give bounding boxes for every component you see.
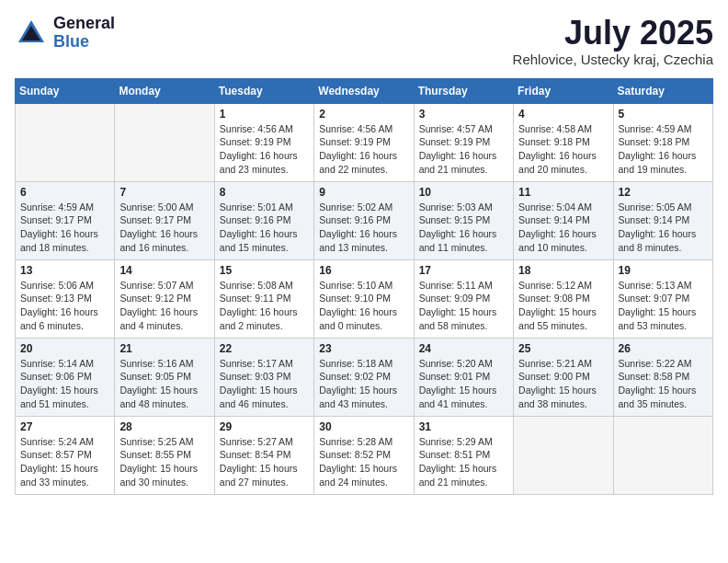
title-block: July 2025 Rehlovice, Ustecky kraj, Czech… [513,15,713,67]
day-info: Sunrise: 5:08 AM Sunset: 9:11 PM Dayligh… [220,279,309,333]
calendar: SundayMondayTuesdayWednesdayThursdayFrid… [15,78,713,495]
calendar-week-row: 6Sunrise: 4:59 AM Sunset: 9:17 PM Daylig… [16,181,713,259]
calendar-cell: 20Sunrise: 5:14 AM Sunset: 9:06 PM Dayli… [16,338,115,416]
day-info: Sunrise: 5:28 AM Sunset: 8:52 PM Dayligh… [319,435,408,489]
weekday-header-saturday: Saturday [613,78,712,103]
day-info: Sunrise: 5:25 AM Sunset: 8:55 PM Dayligh… [119,435,209,489]
day-number: 9 [319,186,408,199]
day-number: 27 [20,420,109,433]
logo: General Blue [15,15,115,52]
day-number: 7 [119,186,209,199]
day-info: Sunrise: 4:56 AM Sunset: 9:19 PM Dayligh… [319,122,408,177]
weekday-header-thursday: Thursday [414,78,513,103]
calendar-week-row: 1Sunrise: 4:56 AM Sunset: 9:19 PM Daylig… [16,103,713,181]
calendar-cell: 6Sunrise: 4:59 AM Sunset: 9:17 PM Daylig… [16,181,115,259]
weekday-header-tuesday: Tuesday [214,78,313,103]
day-number: 5 [619,108,708,121]
day-info: Sunrise: 5:00 AM Sunset: 9:17 PM Dayligh… [119,201,209,255]
calendar-cell: 17Sunrise: 5:11 AM Sunset: 9:09 PM Dayli… [414,259,513,338]
day-number: 3 [419,108,508,121]
day-info: Sunrise: 5:29 AM Sunset: 8:51 PM Dayligh… [419,435,508,489]
calendar-cell: 30Sunrise: 5:28 AM Sunset: 8:52 PM Dayli… [314,416,414,494]
day-info: Sunrise: 5:13 AM Sunset: 9:07 PM Dayligh… [619,279,708,333]
day-info: Sunrise: 4:56 AM Sunset: 9:19 PM Dayligh… [220,122,309,177]
day-number: 25 [518,342,608,355]
day-info: Sunrise: 5:17 AM Sunset: 9:03 PM Dayligh… [220,357,309,411]
logo-blue: Blue [53,33,115,52]
day-number: 22 [220,342,309,355]
day-info: Sunrise: 5:04 AM Sunset: 9:14 PM Dayligh… [518,201,608,255]
day-number: 12 [619,186,708,199]
day-number: 28 [119,420,209,433]
calendar-cell: 15Sunrise: 5:08 AM Sunset: 9:11 PM Dayli… [214,259,313,338]
calendar-cell: 12Sunrise: 5:05 AM Sunset: 9:14 PM Dayli… [613,181,712,259]
day-info: Sunrise: 5:18 AM Sunset: 9:02 PM Dayligh… [319,357,408,411]
day-info: Sunrise: 5:10 AM Sunset: 9:10 PM Dayligh… [319,279,408,333]
day-number: 19 [619,264,708,277]
day-info: Sunrise: 5:07 AM Sunset: 9:12 PM Dayligh… [119,279,209,333]
page-header: General Blue July 2025 Rehlovice, Usteck… [15,15,713,67]
calendar-cell: 31Sunrise: 5:29 AM Sunset: 8:51 PM Dayli… [414,416,513,494]
day-number: 23 [319,342,408,355]
day-info: Sunrise: 5:27 AM Sunset: 8:54 PM Dayligh… [220,435,309,489]
logo-general: General [53,15,115,33]
calendar-cell: 21Sunrise: 5:16 AM Sunset: 9:05 PM Dayli… [115,338,214,416]
calendar-cell: 1Sunrise: 4:56 AM Sunset: 9:19 PM Daylig… [214,103,313,181]
day-info: Sunrise: 5:21 AM Sunset: 9:00 PM Dayligh… [518,357,608,411]
day-number: 31 [419,420,508,433]
day-number: 15 [220,264,309,277]
location: Rehlovice, Ustecky kraj, Czechia [513,52,713,67]
day-info: Sunrise: 4:58 AM Sunset: 9:18 PM Dayligh… [518,122,608,177]
day-number: 14 [119,264,209,277]
day-number: 2 [319,108,408,121]
calendar-cell: 9Sunrise: 5:02 AM Sunset: 9:16 PM Daylig… [314,181,414,259]
day-info: Sunrise: 5:24 AM Sunset: 8:57 PM Dayligh… [20,435,109,489]
calendar-cell: 10Sunrise: 5:03 AM Sunset: 9:15 PM Dayli… [414,181,513,259]
calendar-cell: 27Sunrise: 5:24 AM Sunset: 8:57 PM Dayli… [16,416,115,494]
day-number: 4 [518,108,608,121]
calendar-cell: 11Sunrise: 5:04 AM Sunset: 9:14 PM Dayli… [514,181,613,259]
calendar-cell [115,103,214,181]
day-info: Sunrise: 5:02 AM Sunset: 9:16 PM Dayligh… [319,201,408,255]
day-number: 13 [20,264,109,277]
calendar-week-row: 13Sunrise: 5:06 AM Sunset: 9:13 PM Dayli… [16,259,713,338]
weekday-header-sunday: Sunday [16,78,115,103]
day-info: Sunrise: 5:03 AM Sunset: 9:15 PM Dayligh… [419,201,508,255]
day-info: Sunrise: 4:59 AM Sunset: 9:17 PM Dayligh… [20,201,109,255]
calendar-cell: 28Sunrise: 5:25 AM Sunset: 8:55 PM Dayli… [115,416,214,494]
calendar-cell: 24Sunrise: 5:20 AM Sunset: 9:01 PM Dayli… [414,338,513,416]
day-info: Sunrise: 4:59 AM Sunset: 9:18 PM Dayligh… [619,122,708,177]
calendar-cell: 3Sunrise: 4:57 AM Sunset: 9:19 PM Daylig… [414,103,513,181]
weekday-header-monday: Monday [115,78,214,103]
calendar-cell: 5Sunrise: 4:59 AM Sunset: 9:18 PM Daylig… [613,103,712,181]
calendar-cell: 16Sunrise: 5:10 AM Sunset: 9:10 PM Dayli… [314,259,414,338]
day-number: 6 [20,186,109,199]
day-info: Sunrise: 5:01 AM Sunset: 9:16 PM Dayligh… [220,201,309,255]
calendar-cell: 18Sunrise: 5:12 AM Sunset: 9:08 PM Dayli… [514,259,613,338]
calendar-header-row: SundayMondayTuesdayWednesdayThursdayFrid… [16,78,713,103]
day-info: Sunrise: 5:16 AM Sunset: 9:05 PM Dayligh… [119,357,209,411]
day-info: Sunrise: 5:05 AM Sunset: 9:14 PM Dayligh… [619,201,708,255]
day-number: 29 [220,420,309,433]
logo-icon [15,17,48,50]
calendar-week-row: 20Sunrise: 5:14 AM Sunset: 9:06 PM Dayli… [16,338,713,416]
calendar-cell: 4Sunrise: 4:58 AM Sunset: 9:18 PM Daylig… [514,103,613,181]
day-info: Sunrise: 5:06 AM Sunset: 9:13 PM Dayligh… [20,279,109,333]
calendar-cell: 7Sunrise: 5:00 AM Sunset: 9:17 PM Daylig… [115,181,214,259]
day-info: Sunrise: 5:20 AM Sunset: 9:01 PM Dayligh… [419,357,508,411]
day-number: 11 [518,186,608,199]
day-info: Sunrise: 5:14 AM Sunset: 9:06 PM Dayligh… [20,357,109,411]
calendar-cell: 26Sunrise: 5:22 AM Sunset: 8:58 PM Dayli… [613,338,712,416]
calendar-cell: 14Sunrise: 5:07 AM Sunset: 9:12 PM Dayli… [115,259,214,338]
calendar-cell: 25Sunrise: 5:21 AM Sunset: 9:00 PM Dayli… [514,338,613,416]
day-number: 17 [419,264,508,277]
day-number: 24 [419,342,508,355]
calendar-cell: 23Sunrise: 5:18 AM Sunset: 9:02 PM Dayli… [314,338,414,416]
calendar-cell: 29Sunrise: 5:27 AM Sunset: 8:54 PM Dayli… [214,416,313,494]
day-number: 10 [419,186,508,199]
day-info: Sunrise: 5:11 AM Sunset: 9:09 PM Dayligh… [419,279,508,333]
day-number: 26 [619,342,708,355]
calendar-cell: 22Sunrise: 5:17 AM Sunset: 9:03 PM Dayli… [214,338,313,416]
day-number: 1 [220,108,309,121]
day-number: 8 [220,186,309,199]
